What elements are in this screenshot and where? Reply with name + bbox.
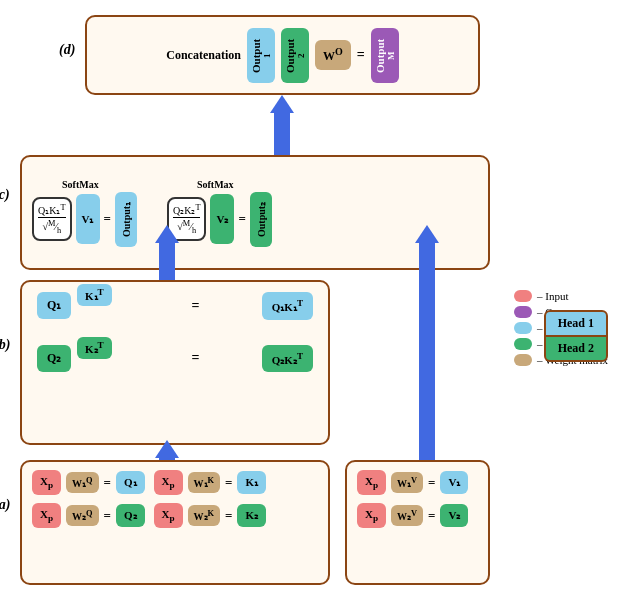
b-eq1: = [192,298,200,314]
v2-box: V₂ [210,194,234,244]
main-diagram: (d) Concatenation Output1 Output2 WO = O… [0,0,618,596]
b-row1: Q₁ K₁T = Q₁K₁T [37,292,313,320]
fraction-numerator-1: Q₁K₁T [38,203,66,218]
head2-label: Head 2 [544,337,608,362]
section-a-label: (a) [0,497,10,513]
q2k2t-result-box: Q₂K₂T [262,345,313,373]
w2q-box: W₂Q [66,505,98,526]
output2-c-box: Output₂ [250,192,272,247]
section-b-content: Q₁ K₁T = Q₁K₁T Q₂ K₂T = Q₂K₂T [22,282,328,382]
w1k-box: W₁K [188,472,220,493]
k1t-box-b: K₁T [77,284,112,306]
head-labels: Head 1 Head 2 [544,310,608,362]
output-m-box: OutputM [371,28,399,83]
section-a-right-content: Xp W₁V = V₁ Xp W₂V = V₂ [347,462,488,536]
panel-a-left: (a) Xp W₁Q = Q₁ Xp W₁K = K₁ Xp W₂Q = Q₂ … [20,460,330,585]
q2-result-box: Q₂ [116,504,145,527]
b-eq2: = [192,350,200,366]
eq-2: = [238,211,245,227]
legend-input-label: – Input [537,290,568,302]
softmax-label-1: SoftMax [62,179,99,190]
legend-head1-box [514,322,532,334]
w1q-box: W₁Q [66,472,98,493]
eq-1: = [104,211,111,227]
output2-head2-box: Output2 [281,28,309,83]
concatenation-label: Concatenation [166,48,241,63]
legend-output-box [514,306,532,318]
legend-input: – Input [514,290,608,302]
section-a-left-content: Xp W₁Q = Q₁ Xp W₁K = K₁ Xp W₂Q = Q₂ Xp W… [22,462,328,536]
c-left-eq: Q₁K₁T √M⁄h V₁ = Output₁ [32,192,137,247]
output1-c-box: Output₁ [115,192,137,247]
v1-box: V₁ [76,194,100,244]
w1v-box: W₁V [391,472,423,493]
legend-input-box [514,290,532,302]
q1k1t-result-box: Q₁K₁T [262,292,313,320]
a-eq5: = [428,475,435,491]
a-eq1: = [104,475,111,491]
fraction-1: Q₁K₁T √M⁄h [38,203,66,236]
a-right-row2: Xp W₂V = V₂ [357,503,478,528]
xp-box-6: Xp [357,503,386,528]
c-right-group: SoftMax Q₂K₂T √M⁄h V₂ = Output₂ [167,179,272,247]
softmax-label-2: SoftMax [197,179,234,190]
output1-head1-box: Output1 [247,28,275,83]
k2-result-box: K₂ [237,504,266,527]
v2-a-box: V₂ [440,504,468,527]
legend-head2-box [514,338,532,350]
xp-box-5: Xp [357,470,386,495]
a-eq6: = [428,508,435,524]
a-left-row1: Xp W₁Q = Q₁ Xp W₁K = K₁ [32,470,318,495]
a-eq4: = [225,508,232,524]
panel-a-right: Xp W₁V = V₁ Xp W₂V = V₂ [345,460,490,585]
k2t-box-b: K₂T [77,337,112,359]
w2k-box: W₂K [188,505,220,526]
w2v-box: W₂V [391,505,423,526]
a-right-row1: Xp W₁V = V₁ [357,470,478,495]
section-c-label: (c) [0,187,10,203]
a-eq3: = [104,508,111,524]
fraction-denominator-1: √M⁄h [42,218,61,235]
b-row2-left: Q₂ K₂T [37,345,129,372]
head1-label: Head 1 [544,310,608,337]
b-row2: Q₂ K₂T = Q₂K₂T [37,345,313,373]
section-b-label: (b) [0,337,10,353]
q1-box-b: Q₁ [37,292,71,319]
section-d-label: (d) [59,42,75,58]
c-left-group: SoftMax Q₁K₁T √M⁄h V₁ = Output₁ [32,179,137,247]
wo-weight-box: WO [315,40,351,70]
k1-result-box: K₁ [237,471,266,494]
panel-b: (b) Q₁ K₁T = Q₁K₁T Q₂ K₂T = [20,280,330,445]
eq-sign-d: = [357,47,365,63]
panel-d: (d) Concatenation Output1 Output2 WO = O… [85,15,480,95]
fraction-denominator-2: √M⁄h [177,218,196,235]
fraction-box-1: Q₁K₁T √M⁄h [32,197,72,242]
a-left-row2: Xp W₂Q = Q₂ Xp W₂K = K₂ [32,503,318,528]
xp-box-3: Xp [32,503,61,528]
xp-box-4: Xp [154,503,183,528]
fraction-numerator-2: Q₂K₂T [173,203,201,218]
b-row1-left: Q₁ K₁T [37,292,129,319]
arrow-right-up [415,225,439,473]
xp-box-2: Xp [154,470,183,495]
v1-a-box: V₁ [440,471,468,494]
legend-weight-box [514,354,532,366]
xp-box-1: Xp [32,470,61,495]
q2-box-b: Q₂ [37,345,71,372]
q1-result-box: Q₁ [116,471,145,494]
a-eq2: = [225,475,232,491]
section-d-content: Concatenation Output1 Output2 WO = Outpu… [87,17,478,93]
c-right-eq: Q₂K₂T √M⁄h V₂ = Output₂ [167,192,272,247]
